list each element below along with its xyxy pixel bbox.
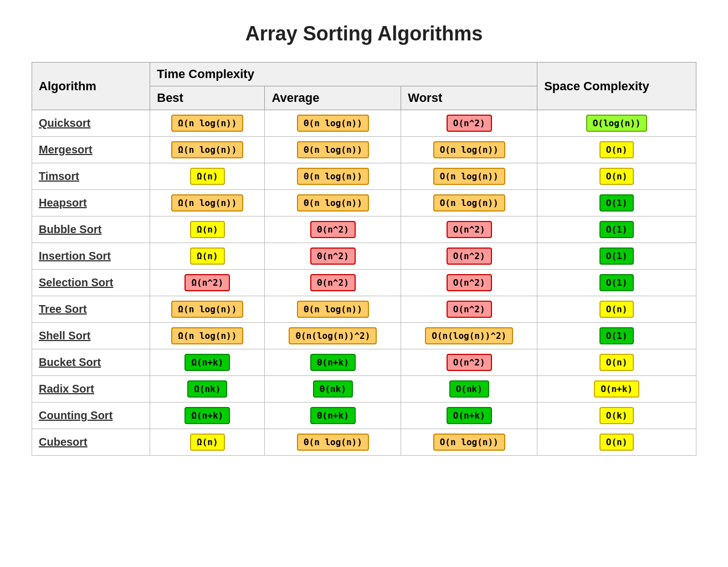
best-cell: Ω(n log(n)) — [150, 323, 265, 349]
space-cell: O(n+k) — [537, 376, 696, 403]
sorting-table: Algorithm Time Complexity Space Complexi… — [32, 62, 696, 456]
average-badge: Θ(n^2) — [310, 221, 356, 238]
worst-cell: O(n^2) — [401, 217, 537, 243]
algorithm-name[interactable]: Shell Sort — [32, 323, 150, 349]
worst-badge: O(n^2) — [447, 301, 492, 318]
worst-badge: O(n^2) — [447, 248, 492, 265]
average-badge: Θ(n+k) — [310, 354, 356, 371]
algorithm-name[interactable]: Timsort — [32, 163, 150, 190]
average-cell: Θ(n+k) — [265, 403, 401, 429]
average-badge: Θ(n log(n)) — [297, 168, 369, 185]
average-badge: Θ(n+k) — [310, 407, 356, 424]
average-badge: Θ(n(log(n))^2) — [289, 327, 377, 344]
worst-badge: O(n^2) — [447, 115, 492, 132]
table-row: MergesortΩ(n log(n))Θ(n log(n))O(n log(n… — [32, 137, 696, 163]
table-row: Counting SortΩ(n+k)Θ(n+k)O(n+k)O(k) — [32, 403, 696, 429]
average-cell: Θ(n log(n)) — [265, 163, 401, 190]
algorithm-name[interactable]: Bubble Sort — [32, 217, 150, 243]
table-row: Bucket SortΩ(n+k)Θ(n+k)O(n^2)O(n) — [32, 349, 696, 376]
space-badge: O(1) — [599, 274, 634, 291]
worst-cell: O(n log(n)) — [401, 137, 537, 163]
average-cell: Θ(n^2) — [265, 270, 401, 296]
space-cell: O(n) — [537, 429, 696, 456]
algorithm-name[interactable]: Selection Sort — [32, 270, 150, 296]
worst-cell: O(n log(n)) — [401, 429, 537, 456]
best-badge: Ω(n log(n)) — [171, 194, 243, 212]
best-cell: Ω(n+k) — [150, 349, 265, 376]
average-cell: Θ(n log(n)) — [265, 190, 401, 217]
algorithm-name[interactable]: Tree Sort — [32, 296, 150, 323]
best-badge: Ω(n^2) — [184, 274, 230, 291]
best-cell: Ω(nk) — [150, 376, 265, 403]
worst-badge: O(n^2) — [447, 221, 492, 238]
space-cell: O(1) — [537, 190, 696, 217]
space-badge: O(k) — [599, 407, 634, 424]
space-badge: O(1) — [599, 248, 634, 265]
algorithm-name[interactable]: Quicksort — [32, 110, 150, 137]
space-cell: O(n) — [537, 296, 696, 323]
space-badge: O(n+k) — [594, 380, 639, 398]
algorithm-name[interactable]: Counting Sort — [32, 403, 150, 429]
average-badge: Θ(n^2) — [310, 274, 356, 291]
header-row-1: Algorithm Time Complexity Space Complexi… — [32, 63, 696, 86]
algorithm-name[interactable]: Radix Sort — [32, 376, 150, 403]
page-title: Array Sorting Algorithms — [245, 22, 483, 45]
space-cell: O(log(n)) — [537, 110, 696, 137]
worst-cell: O(n log(n)) — [401, 163, 537, 190]
table-row: Selection SortΩ(n^2)Θ(n^2)O(n^2)O(1) — [32, 270, 696, 296]
best-badge: Ω(nk) — [187, 380, 227, 398]
best-cell: Ω(n log(n)) — [150, 137, 265, 163]
table-row: Bubble SortΩ(n)Θ(n^2)O(n^2)O(1) — [32, 217, 696, 243]
average-cell: Θ(n log(n)) — [265, 296, 401, 323]
best-badge: Ω(n log(n)) — [171, 301, 243, 318]
best-badge: Ω(n) — [190, 221, 225, 238]
worst-badge: O(n log(n)) — [433, 194, 505, 212]
best-badge: Ω(n log(n)) — [171, 115, 243, 132]
best-cell: Ω(n) — [150, 429, 265, 456]
worst-cell: O(nk) — [401, 376, 537, 403]
best-cell: Ω(n log(n)) — [150, 296, 265, 323]
average-cell: Θ(n log(n)) — [265, 110, 401, 137]
algorithm-name[interactable]: Bucket Sort — [32, 349, 150, 376]
average-cell: Θ(n+k) — [265, 349, 401, 376]
algorithm-name[interactable]: Insertion Sort — [32, 243, 150, 270]
best-cell: Ω(n^2) — [150, 270, 265, 296]
worst-time-header: Worst — [401, 86, 537, 110]
space-badge: O(n) — [599, 141, 634, 158]
best-badge: Ω(n+k) — [184, 407, 230, 424]
space-cell: O(n) — [537, 349, 696, 376]
worst-cell: O(n^2) — [401, 270, 537, 296]
table-row: HeapsortΩ(n log(n))Θ(n log(n))O(n log(n)… — [32, 190, 696, 217]
worst-badge: O(n(log(n))^2) — [425, 327, 513, 344]
best-cell: Ω(n+k) — [150, 403, 265, 429]
best-badge: Ω(n) — [190, 248, 225, 265]
average-cell: Θ(n^2) — [265, 217, 401, 243]
algorithm-name[interactable]: Mergesort — [32, 137, 150, 163]
space-cell: O(1) — [537, 217, 696, 243]
worst-cell: O(n^2) — [401, 296, 537, 323]
worst-badge: O(n log(n)) — [433, 434, 505, 451]
worst-badge: O(n+k) — [447, 407, 492, 424]
best-header: Best — [150, 86, 265, 110]
time-complexity-header: Time Complexity — [150, 63, 537, 86]
space-badge: O(n) — [599, 301, 634, 318]
space-badge: O(1) — [599, 194, 634, 212]
average-badge: Θ(nk) — [313, 380, 353, 398]
space-cell: O(1) — [537, 270, 696, 296]
best-badge: Ω(n log(n)) — [171, 141, 243, 158]
average-badge: Θ(n log(n)) — [297, 194, 369, 212]
space-badge: O(n) — [599, 434, 634, 451]
algorithm-name[interactable]: Cubesort — [32, 429, 150, 456]
space-cell: O(n) — [537, 163, 696, 190]
average-cell: Θ(n log(n)) — [265, 429, 401, 456]
average-cell: Θ(n log(n)) — [265, 137, 401, 163]
best-cell: Ω(n) — [150, 217, 265, 243]
average-cell: Θ(n^2) — [265, 243, 401, 270]
space-complexity-header: Space Complexity — [537, 63, 696, 110]
average-badge: Θ(n log(n)) — [297, 434, 369, 451]
table-row: TimsortΩ(n)Θ(n log(n))O(n log(n))O(n) — [32, 163, 696, 190]
space-badge: O(1) — [599, 221, 634, 238]
algorithm-name[interactable]: Heapsort — [32, 190, 150, 217]
table-row: Radix SortΩ(nk)Θ(nk)O(nk)O(n+k) — [32, 376, 696, 403]
table-row: Tree SortΩ(n log(n))Θ(n log(n))O(n^2)O(n… — [32, 296, 696, 323]
